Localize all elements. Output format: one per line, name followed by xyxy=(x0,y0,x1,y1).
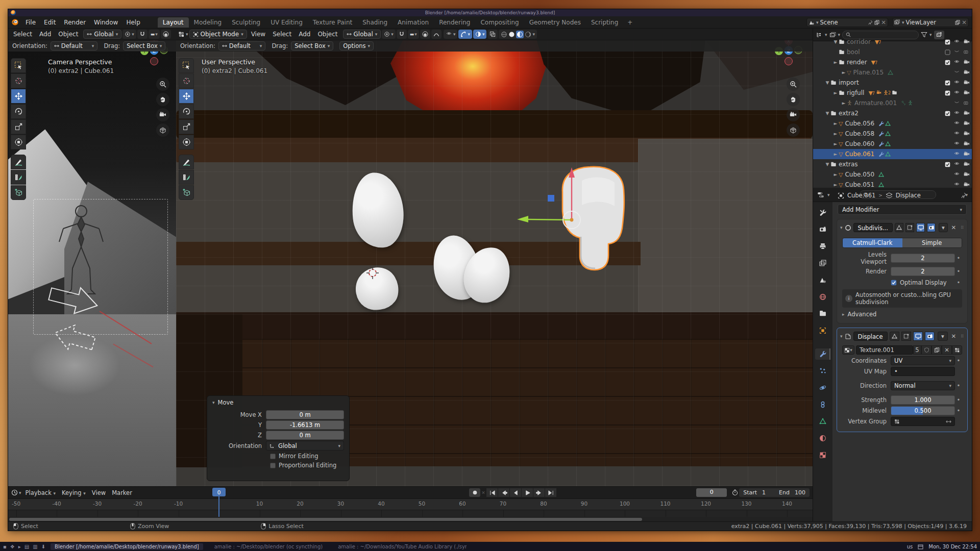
toggle-edit-cage[interactable] xyxy=(895,223,903,232)
tool-select-box[interactable] xyxy=(11,58,26,73)
playhead[interactable]: 0 xyxy=(212,488,226,496)
tool-cursor[interactable] xyxy=(11,73,26,88)
animate-dot[interactable]: • xyxy=(955,268,962,275)
blender-menu-icon[interactable] xyxy=(8,18,21,26)
extras-dropdown[interactable]: ▾ xyxy=(939,223,947,232)
properties-tab-object[interactable] xyxy=(815,325,830,336)
mesh-data-badge-icon[interactable] xyxy=(885,131,891,137)
drag-handle[interactable]: ⠿ xyxy=(961,334,964,339)
move-gizmo[interactable] xyxy=(503,162,620,241)
toggle-edit-cage[interactable] xyxy=(890,332,899,341)
disable-render-camera-icon[interactable] xyxy=(963,131,970,137)
add-modifier-button[interactable]: Add Modifier▾ xyxy=(838,204,967,215)
expand-icon[interactable]: ► xyxy=(832,60,839,65)
orientation-select[interactable]: Global ▾ xyxy=(266,441,344,450)
optimal-display-checkbox[interactable] xyxy=(891,280,897,286)
advanced-section[interactable]: ▸Advanced xyxy=(842,311,962,318)
move-field-value[interactable]: -1.6613 m xyxy=(266,420,344,430)
filter-collection-icon[interactable] xyxy=(829,32,836,38)
tool-transform[interactable] xyxy=(11,135,26,149)
close-icon[interactable]: ✕ xyxy=(962,19,967,26)
workspace-tab-texture-paint[interactable]: Texture Paint xyxy=(308,17,357,28)
mesh-data-badge-icon[interactable] xyxy=(885,152,891,157)
drag-select-box-select[interactable]: Select Box▾ xyxy=(123,41,165,51)
exclude-checkbox-on[interactable] xyxy=(945,39,950,45)
workspace-tab-layout[interactable]: Layout xyxy=(158,17,189,28)
menu-render[interactable]: Render xyxy=(60,17,90,28)
outliner-row-cube-060[interactable]: ►▽Cube.060 xyxy=(813,139,972,149)
display-mode-icon[interactable] xyxy=(816,32,823,38)
overlays-button[interactable]: ▾ xyxy=(473,30,487,39)
hide-eye-closed-icon[interactable] xyxy=(953,70,960,75)
workspace-tab-uv-editing[interactable]: UV Editing xyxy=(265,17,308,28)
snap-magnet-button[interactable] xyxy=(137,30,148,39)
outliner-row-cube-061[interactable]: ►▽Cube.061 xyxy=(813,149,972,159)
coordinates-select[interactable]: UV▾ xyxy=(891,356,955,365)
keyboard-layout[interactable]: us xyxy=(907,544,913,549)
mesh-data-badge-icon[interactable] xyxy=(885,141,891,147)
workspace-tab-animation[interactable]: Animation xyxy=(393,17,434,28)
exclude-checkbox-on[interactable] xyxy=(945,111,950,116)
timeline-track[interactable] xyxy=(8,510,813,517)
viewport-menu-select[interactable]: Select xyxy=(10,30,35,39)
collapse-icon[interactable]: ▾ xyxy=(212,400,215,405)
move-field-value[interactable]: 0 m xyxy=(266,431,344,440)
tool-rotate[interactable] xyxy=(11,104,26,119)
modifier-badge-icon[interactable] xyxy=(878,141,884,147)
menu-help[interactable]: Help xyxy=(122,17,144,28)
texture-name-field[interactable]: Texture.001 xyxy=(856,345,913,355)
disable-render-camera-icon[interactable] xyxy=(963,101,970,106)
pan-hand-icon[interactable] xyxy=(787,93,800,106)
exclude-checkbox-off[interactable] xyxy=(945,49,950,55)
toggle-render-display[interactable] xyxy=(925,332,935,341)
menu-edit[interactable]: Edit xyxy=(40,17,60,28)
properties-tab-scene[interactable] xyxy=(815,274,830,286)
pivot-point-button[interactable]: ▾ xyxy=(122,30,136,39)
move-field-value[interactable]: 0 m xyxy=(266,410,344,419)
viewport-camera[interactable]: XYZ SelectAddObjectGlobal▾▾▬▾ Orientatio… xyxy=(8,29,176,486)
drag-select-box-select[interactable]: Select Box▾ xyxy=(291,41,333,51)
timeline-menu-playback[interactable]: Playback ▾ xyxy=(22,488,59,497)
texture-users-count[interactable]: 5 xyxy=(913,345,921,355)
workspace-tab-rendering[interactable]: Rendering xyxy=(434,17,475,28)
orientation-default-select[interactable]: Default▾ xyxy=(218,41,266,51)
grid-ortho-icon[interactable] xyxy=(787,123,800,137)
disable-render-camera-icon[interactable] xyxy=(963,141,970,147)
viewport-menu-view[interactable]: View xyxy=(248,30,268,39)
expand-icon[interactable]: ► xyxy=(841,70,847,75)
editor-type-icon[interactable] xyxy=(178,31,185,38)
properties-tab-constraints[interactable] xyxy=(815,399,830,410)
shading-material-icon[interactable] xyxy=(516,31,524,38)
direction-select[interactable]: Normal▾ xyxy=(891,381,955,390)
outliner-row-cube-056[interactable]: ►▽Cube.056 xyxy=(813,118,972,129)
disable-render-camera-icon[interactable] xyxy=(963,111,970,116)
mesh-data-badge-icon[interactable] xyxy=(885,121,891,127)
timeline[interactable]: ▾ Playback ▾Keying ▾ViewMarker ✕ 0 Start… xyxy=(8,486,813,521)
unlink-texture-icon[interactable]: ✕ xyxy=(942,345,952,355)
copy-icon[interactable] xyxy=(955,20,960,25)
workspace-tab-modeling[interactable]: Modeling xyxy=(189,17,227,28)
tool-measure[interactable] xyxy=(179,170,194,185)
extras-dropdown[interactable]: ▾ xyxy=(938,332,947,341)
copy-icon[interactable] xyxy=(874,20,879,25)
timeline-scrollbar[interactable] xyxy=(9,518,642,521)
exclude-checkbox-on[interactable] xyxy=(945,60,950,65)
properties-tab-tool[interactable] xyxy=(815,207,830,218)
transport-jump-prev-keyframe-button[interactable] xyxy=(498,488,509,497)
outliner-row-extras[interactable]: ▼extras xyxy=(813,159,972,169)
tool-cursor[interactable] xyxy=(179,73,194,88)
disable-render-camera-icon[interactable] xyxy=(963,49,970,55)
workspace-tab-sculpting[interactable]: Sculpting xyxy=(227,17,265,28)
outliner-row-cube-058[interactable]: ►▽Cube.058 xyxy=(813,129,972,139)
properties-tab-render[interactable] xyxy=(815,224,830,235)
tool-transform[interactable] xyxy=(179,135,194,149)
texture-type-icon[interactable]: ▾ xyxy=(842,345,854,355)
expand-icon[interactable]: ► xyxy=(832,182,839,187)
properties-tab-physics[interactable] xyxy=(815,382,830,393)
pivot-point-button[interactable]: ▾ xyxy=(382,30,396,39)
delete-modifier-button[interactable]: ✕ xyxy=(950,333,958,340)
properties-tab-data[interactable] xyxy=(815,416,830,427)
xray-button[interactable] xyxy=(487,30,498,39)
frame-range[interactable]: Start 1 End 100 xyxy=(739,488,810,497)
new-collection-icon[interactable] xyxy=(934,31,944,39)
